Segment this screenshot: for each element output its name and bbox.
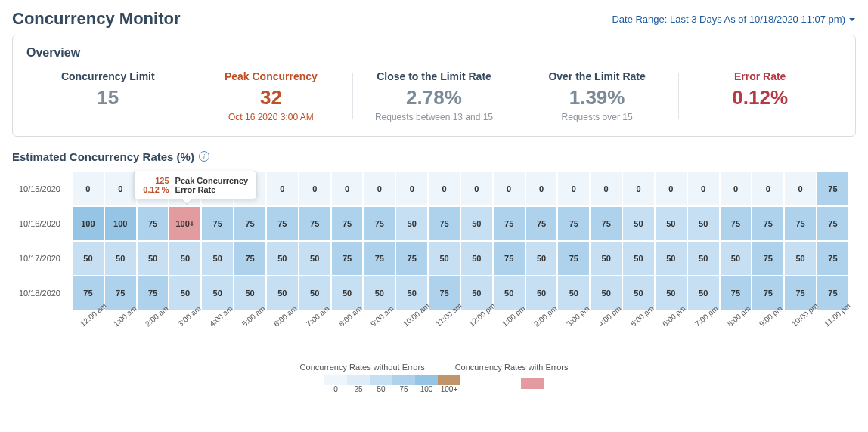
heatmap-cell[interactable]: 0	[267, 172, 298, 205]
overview-card: Overview Concurrency Limit 15 Peak Concu…	[12, 35, 856, 137]
heatmap-cell[interactable]: 50	[461, 242, 492, 275]
legend-scale-without: 0 25 50 75 100 100+	[324, 375, 460, 393]
heatmap-cell[interactable]: 50	[461, 207, 492, 240]
heatmap-cell[interactable]: 0	[752, 172, 783, 205]
heatmap-cell[interactable]: 75	[817, 172, 848, 205]
heatmap-cell[interactable]: 50	[526, 242, 557, 275]
heatmap-cell[interactable]: 50	[73, 242, 104, 275]
heatmap-cell[interactable]: 0	[73, 172, 104, 205]
chevron-down-icon	[848, 16, 856, 23]
legend-swatch-50	[370, 375, 392, 385]
heatmap-cell[interactable]: 100+125Peak Concurrency0.12 %Error Rate	[169, 207, 200, 240]
heatmap-row-label: 10/18/2020	[12, 276, 67, 310]
legend: Concurrency Rates without Errors Concurr…	[12, 363, 856, 393]
heatmap-cell[interactable]: 50	[623, 207, 654, 240]
heatmap-cell[interactable]: 75	[558, 242, 589, 275]
heatmap-cell[interactable]: 50	[169, 242, 200, 275]
heatmap-cell[interactable]: 50	[299, 242, 330, 275]
legend-scale-with	[521, 378, 544, 389]
heatmap-cell[interactable]: 50	[656, 242, 687, 275]
heatmap-cell[interactable]: 50	[396, 207, 427, 240]
heatmap-cell[interactable]: 0	[623, 172, 654, 205]
stat-value: 1.39%	[523, 87, 671, 109]
heatmap-cell[interactable]: 50	[623, 242, 654, 275]
overview-title: Overview	[26, 46, 842, 60]
stat-label: Concurrency Limit	[34, 70, 182, 82]
heatmap-cell[interactable]: 75	[234, 207, 265, 240]
legend-label: 25	[347, 385, 370, 393]
heatmap-cell[interactable]: 75	[364, 242, 395, 275]
legend-label: 100	[415, 385, 438, 393]
heatmap-cell[interactable]: 75	[721, 207, 752, 240]
heatmap-cell[interactable]: 100	[105, 207, 136, 240]
stat-value: 15	[34, 87, 182, 109]
heatmap-cell[interactable]: 75	[494, 207, 525, 240]
legend-label: 75	[392, 385, 415, 393]
heatmap-row-label: 10/17/2020	[12, 242, 67, 275]
heatmap-cell[interactable]: 0	[656, 172, 687, 205]
heatmap-cell[interactable]: 50	[105, 242, 136, 275]
heatmap-cell[interactable]: 75	[526, 207, 557, 240]
heatmap-cell[interactable]: 0	[396, 172, 427, 205]
stat-sub: Requests over 15	[523, 112, 671, 122]
stat-label: Peak Concurrency	[197, 70, 346, 82]
heatmap-cell[interactable]: 100	[73, 207, 104, 240]
heatmap-cell[interactable]: 75	[396, 242, 427, 275]
heatmap-cell[interactable]: 0	[494, 172, 525, 205]
heatmap-cell[interactable]: 50	[656, 207, 687, 240]
heatmap-cell[interactable]: 75	[429, 207, 460, 240]
heatmap-cell[interactable]: 75	[558, 207, 589, 240]
stat-peak-concurrency: Peak Concurrency 32 Oct 16 2020 3:00 AM	[190, 70, 353, 122]
heatmap-row-label: 10/16/2020	[12, 207, 67, 240]
heatmap-cell[interactable]: 75	[785, 207, 816, 240]
heatmap-cell[interactable]: 75	[752, 207, 783, 240]
info-icon[interactable]: i	[199, 151, 209, 162]
heatmap-cell[interactable]: 0	[785, 172, 816, 205]
heatmap-cell[interactable]: 50	[267, 242, 298, 275]
heatmap-cell[interactable]: 0	[299, 172, 330, 205]
heatmap-cell[interactable]: 75	[332, 207, 363, 240]
heatmap: 10/15/20200000000000000000000007510/16/2…	[12, 172, 856, 337]
heatmap-cell[interactable]: 75	[591, 207, 622, 240]
stat-concurrency-limit: Concurrency Limit 15	[26, 70, 190, 122]
heatmap-cell[interactable]: 0	[688, 172, 719, 205]
heatmap-cell[interactable]: 50	[688, 242, 719, 275]
heatmap-cell[interactable]: 0	[558, 172, 589, 205]
heatmap-cell[interactable]: 75	[202, 207, 233, 240]
heatmap-cell[interactable]: 50	[138, 242, 169, 275]
heatmap-cell[interactable]: 0	[364, 172, 395, 205]
stat-value: 32	[197, 87, 346, 109]
heatmap-cell[interactable]: 0	[461, 172, 492, 205]
heatmap-cell[interactable]: 0	[526, 172, 557, 205]
section-title: Estimated Concurrency Rates (%)	[12, 150, 194, 163]
heatmap-cell[interactable]: 0	[591, 172, 622, 205]
heatmap-cell[interactable]: 75	[752, 242, 783, 275]
heatmap-cell[interactable]: 0	[332, 172, 363, 205]
legend-label: 50	[370, 385, 392, 393]
heatmap-cell[interactable]: 50	[785, 242, 816, 275]
heatmap-cell[interactable]: 50	[202, 242, 233, 275]
heatmap-cell[interactable]: 75	[332, 242, 363, 275]
heatmap-cell[interactable]: 75	[494, 242, 525, 275]
heatmap-row-label: 10/15/2020	[12, 172, 67, 205]
heatmap-cell[interactable]: 75	[817, 207, 848, 240]
legend-swatch-0	[324, 375, 347, 385]
heatmap-cell[interactable]: 50	[591, 242, 622, 275]
heatmap-cell[interactable]: 50	[429, 242, 460, 275]
heatmap-cell[interactable]: 50	[721, 242, 752, 275]
heatmap-cell[interactable]: 75	[817, 242, 848, 275]
legend-label: 0	[324, 385, 347, 393]
heatmap-cell[interactable]: 50	[688, 207, 719, 240]
heatmap-cell[interactable]: 75	[364, 207, 395, 240]
date-range-picker[interactable]: Date Range: Last 3 Days As of 10/18/2020…	[612, 14, 856, 25]
legend-label: 100+	[438, 385, 460, 393]
heatmap-cell[interactable]: 75	[234, 242, 265, 275]
heatmap-cell[interactable]: 75	[138, 207, 169, 240]
legend-title-without-errors: Concurrency Rates without Errors	[300, 363, 425, 372]
heatmap-cell[interactable]: 0	[105, 172, 136, 205]
heatmap-cell[interactable]: 0	[721, 172, 752, 205]
heatmap-cell[interactable]: 75	[299, 207, 330, 240]
heatmap-cell[interactable]: 75	[267, 207, 298, 240]
heatmap-cell[interactable]: 0	[429, 172, 460, 205]
page-title: Concurrency Monitor	[12, 9, 180, 29]
